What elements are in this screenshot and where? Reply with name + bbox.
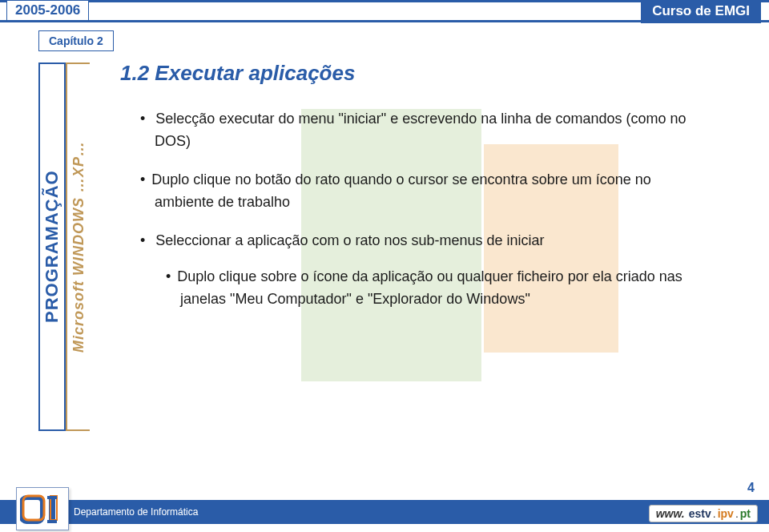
content-body: Selecção executar do menu "iniciar" e es… <box>140 108 709 327</box>
bullet-3-text: Seleccionar a aplicação com o rato nos s… <box>155 232 544 248</box>
department-label: Departamento de Informática <box>74 506 198 518</box>
url-pt: pt <box>740 507 751 520</box>
url-www: www. <box>656 507 685 520</box>
di-logo-icon <box>20 491 65 526</box>
sidebar-windows-xp: Microsoft WINDOWS …XP… <box>66 62 90 431</box>
bullet-1: Selecção executar do menu "iniciar" e es… <box>140 108 709 153</box>
vertical-sidebar: PROGRAMAÇÃO Microsoft WINDOWS …XP… <box>38 62 90 431</box>
bullet-3: Seleccionar a aplicação com o rato nos s… <box>140 230 709 312</box>
bullet-1-text-pre: Selecção executar do menu "iniciar" e es… <box>155 111 686 127</box>
svg-rect-4 <box>47 496 57 499</box>
bullet-2: Duplo clique no botão do rato quando o c… <box>140 169 709 214</box>
year-label: 2005-2006 <box>6 1 89 20</box>
chapter-label: Capítulo 2 <box>38 30 114 51</box>
page-number: 4 <box>747 481 755 495</box>
svg-rect-5 <box>47 520 57 523</box>
url-dot-1: . <box>713 507 716 520</box>
di-logo <box>16 487 69 530</box>
sidebar-programacao: PROGRAMAÇÃO <box>38 62 66 431</box>
bullet-1-text-post: ) <box>186 133 191 149</box>
bullet-1-dos: DOS <box>155 133 186 149</box>
url-dot-2: . <box>735 507 739 520</box>
bullet-3-sub: Duplo clique sobre o ícone da aplicação … <box>166 266 709 311</box>
section-title: 1.2 Executar aplicações <box>120 61 355 86</box>
url-estv: estv <box>689 507 711 520</box>
url-ipv: ipv <box>718 507 734 520</box>
course-label: Curso de EMGI <box>641 0 761 23</box>
estv-url-badge: www. estv . ipv . pt <box>649 505 758 522</box>
